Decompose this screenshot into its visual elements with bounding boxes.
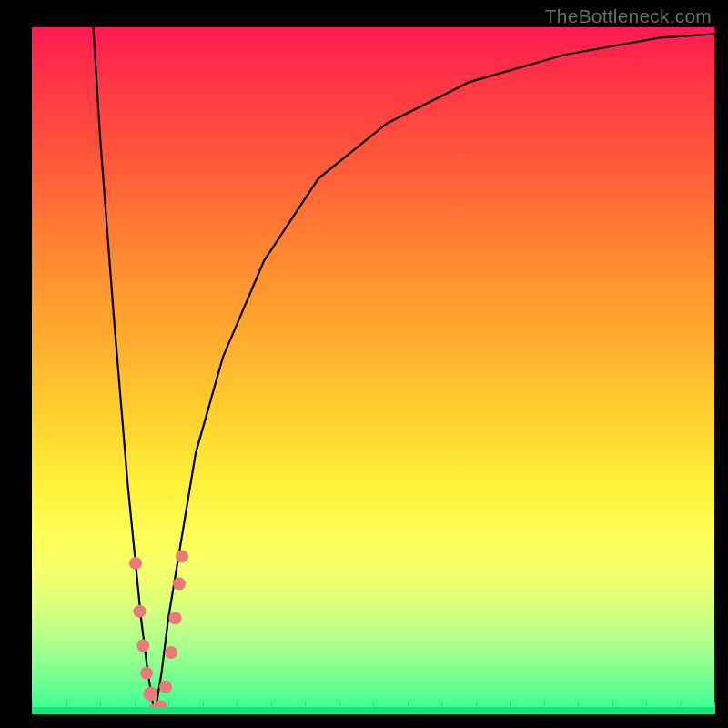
highlight-point (173, 578, 186, 591)
x-tick (476, 702, 477, 714)
x-tick (612, 702, 613, 714)
x-tick (373, 702, 374, 714)
x-tick (305, 702, 306, 714)
x-tick (135, 702, 136, 714)
curve-svg (32, 27, 714, 714)
x-tick (32, 702, 33, 714)
x-tick (578, 702, 579, 714)
plot-area (32, 27, 714, 714)
x-tick (441, 702, 442, 714)
chart-container: TheBottleneck.com (0, 0, 728, 728)
watermark-text: TheBottleneck.com (545, 5, 712, 27)
x-tick (510, 702, 511, 714)
bottleneck-curve-path (94, 27, 715, 714)
x-tick (681, 702, 682, 714)
highlight-point (165, 646, 177, 659)
bottleneck-curve (94, 27, 715, 714)
x-tick (544, 702, 545, 714)
x-tick (408, 702, 409, 714)
x-tick (271, 702, 272, 714)
x-tick (646, 702, 647, 714)
x-tick (168, 702, 169, 714)
highlight-point (159, 681, 172, 693)
highlight-point (144, 686, 158, 701)
highlight-point (136, 640, 149, 652)
x-axis-band (32, 707, 714, 714)
x-tick (237, 702, 238, 714)
highlight-point (134, 605, 147, 618)
highlight-point (176, 550, 188, 562)
x-tick (714, 702, 715, 714)
highlight-point (129, 557, 142, 570)
x-tick (203, 702, 204, 714)
x-tick (100, 702, 101, 714)
highlight-point (140, 667, 153, 680)
x-tick (66, 702, 67, 714)
highlight-point (169, 612, 182, 624)
x-tick (339, 702, 340, 714)
